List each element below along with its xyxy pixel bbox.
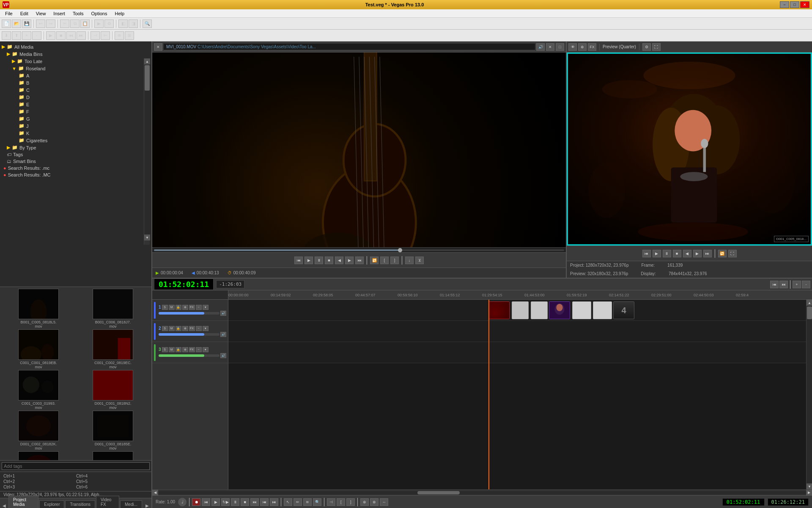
tree-too-late[interactable]: ▶ 📁 Too Late <box>0 58 151 65</box>
bt-ripple[interactable]: ≋ <box>303 498 312 506</box>
add-media[interactable]: + <box>22 31 31 40</box>
thumb-D001C003[interactable]: D001_C003_08185E.mov <box>76 411 150 450</box>
source-insert[interactable]: ↓ <box>405 257 414 264</box>
preview-pause[interactable]: ⏸ <box>663 250 671 257</box>
tracks-timeline[interactable]: 4 <box>228 300 806 489</box>
preview-loop[interactable]: 🔁 <box>718 250 727 257</box>
thumb-B001C005[interactable]: B001_C005_0818L5.mov <box>2 289 75 329</box>
thumb-B001C006[interactable]: B001_C006_0818J7.mov <box>76 289 150 329</box>
tl-zoom-out[interactable]: - <box>802 281 810 288</box>
source-prev-frame[interactable]: ◀ <box>335 257 343 264</box>
preview-view-btn[interactable]: 👁 <box>568 43 577 51</box>
menu-view[interactable]: View <box>33 10 49 17</box>
track2-lock[interactable]: 🔒 <box>176 326 181 331</box>
preview-go-end[interactable]: ⏭ <box>703 250 712 257</box>
track1-expand[interactable]: ⊕ <box>182 305 188 310</box>
tree-by-type[interactable]: ▶ 📁 By Type <box>0 144 151 151</box>
menu-tools[interactable]: Tools <box>69 10 87 17</box>
clip-6[interactable] <box>593 301 612 319</box>
settings-button[interactable]: ⚙ <box>104 19 114 28</box>
track1-mute[interactable]: M <box>169 305 175 310</box>
track2-fx[interactable]: FX <box>189 326 195 331</box>
source-go-end[interactable]: ⏭ <box>355 257 364 264</box>
bt-trim-end[interactable]: ] <box>346 498 355 506</box>
source-in[interactable]: [ <box>380 257 389 264</box>
ripple-button[interactable]: ≋ <box>115 31 124 40</box>
track1-fx[interactable]: FX <box>189 305 195 310</box>
minimize-button[interactable]: − <box>780 1 789 8</box>
track1-more[interactable]: ▾ <box>203 305 208 310</box>
left-panel-collapse[interactable]: ◀ <box>3 503 6 508</box>
tab-explorer[interactable]: Explorer <box>39 500 64 508</box>
source-maximize[interactable]: □ <box>556 43 564 51</box>
paste-button[interactable]: 📋 <box>80 19 90 28</box>
source-audio-icon[interactable]: 🔊 <box>536 43 545 51</box>
track2-more[interactable]: ▾ <box>203 326 208 331</box>
tool1[interactable]: ◧ <box>118 19 128 28</box>
bt-snap[interactable]: ⊕ <box>360 498 369 506</box>
tree-roseland[interactable]: ▼ 📁 Roseland <box>0 65 151 72</box>
source-next-frame[interactable]: ▶ <box>345 257 354 264</box>
tree-cigarettes[interactable]: 📁 Cigarettes <box>0 137 151 144</box>
preview-snap[interactable]: ⊕ <box>578 43 587 51</box>
tree-c[interactable]: 📁 C <box>0 86 151 94</box>
tl-next-edit[interactable]: ⏭ <box>779 281 788 288</box>
track1-audio-toggle[interactable]: 🔊 <box>220 311 226 316</box>
track3-env[interactable]: ~ <box>196 347 202 352</box>
track2-audio-toggle[interactable]: 🔊 <box>220 332 226 337</box>
clip-3[interactable] <box>531 301 548 319</box>
media-tree[interactable]: ▶ 📁 All Media ▶ 📁 Media Bins ▶ 📁 Too Lat… <box>0 41 151 287</box>
tree-search-mc-lower[interactable]: ● Search Results: .mc <box>0 165 151 171</box>
thumb-D001C001[interactable]: D001_C001_0818N2.mov <box>76 370 150 410</box>
vscroll-up[interactable]: ▲ <box>807 300 812 306</box>
preview-settings[interactable]: ⚙ <box>642 43 651 51</box>
scrubber-handle[interactable] <box>398 248 402 252</box>
hscroll-track[interactable] <box>158 491 806 494</box>
split-button[interactable]: ⊣ <box>91 31 100 40</box>
bt-auto-ripple[interactable]: ↔ <box>380 498 388 506</box>
tree-scroll-thumb[interactable] <box>145 65 150 91</box>
tree-j[interactable]: 📁 J <box>0 122 151 130</box>
bt-cursor-tool[interactable]: ↖ <box>284 498 292 506</box>
track2-volume[interactable] <box>159 333 219 336</box>
preview-prev-frame[interactable]: ◀ <box>683 250 691 257</box>
track3-volume[interactable] <box>159 354 219 357</box>
tree-f[interactable]: 📁 F <box>0 108 151 115</box>
group-button[interactable]: ⊞ <box>125 31 134 40</box>
vscroll-thumb[interactable] <box>807 306 812 319</box>
source-out[interactable]: ] <box>390 257 399 264</box>
menu-insert[interactable]: Insert <box>50 10 69 17</box>
clip-1[interactable] <box>488 301 510 319</box>
thumb-C001C003[interactable]: C001_C003_01993.mov <box>2 370 75 410</box>
copy-button[interactable]: ⧉ <box>70 19 80 28</box>
bt-next-mark[interactable]: ⏭ <box>270 498 278 506</box>
tree-d[interactable]: 📁 D <box>0 94 151 101</box>
next-frame[interactable]: ⏭ <box>77 31 86 40</box>
source-play[interactable]: ▶ <box>304 257 313 264</box>
source-scrubber[interactable] <box>152 247 566 252</box>
metronome-button[interactable]: ♩ <box>178 498 187 506</box>
tl-zoom-in[interactable]: + <box>793 281 801 288</box>
track2-mute[interactable]: M <box>169 326 175 331</box>
new-button[interactable]: 📄 <box>2 19 11 28</box>
tree-a[interactable]: 📁 A <box>0 72 151 79</box>
track2-expand[interactable]: ⊕ <box>182 326 188 331</box>
trim-button[interactable]: ⊢ <box>101 31 110 40</box>
prev-frame[interactable]: ⏮ <box>66 31 76 40</box>
tree-scroll-down[interactable]: ▼ <box>144 235 150 240</box>
tree-g[interactable]: 📁 G <box>0 115 151 122</box>
bt-go-start[interactable]: ⏮ <box>202 498 210 506</box>
track3-lock[interactable]: 🔒 <box>176 347 181 352</box>
preview-stop[interactable]: ■ <box>673 250 681 257</box>
bt-stop[interactable]: ■ <box>241 498 249 506</box>
tags-input[interactable] <box>2 462 150 470</box>
stop-all[interactable]: ■ <box>56 31 66 40</box>
track2-env[interactable]: ~ <box>196 326 202 331</box>
track3-solo[interactable]: S <box>162 347 168 352</box>
cut-button[interactable]: ✂ <box>60 19 69 28</box>
clip-7[interactable]: 4 <box>613 301 634 319</box>
bt-record[interactable]: ⏺ <box>192 498 200 506</box>
track1-env[interactable]: ~ <box>196 305 202 310</box>
close-button[interactable]: ✕ <box>800 1 809 8</box>
preview-next-frame[interactable]: ▶ <box>693 250 702 257</box>
